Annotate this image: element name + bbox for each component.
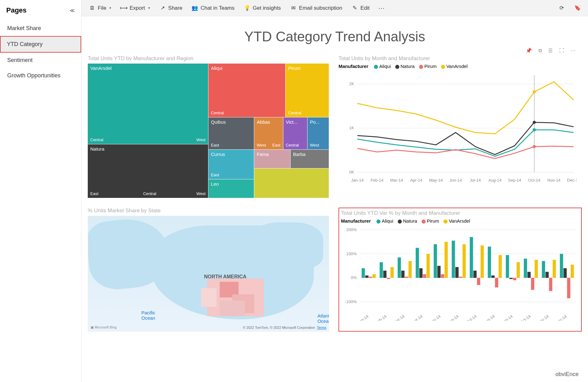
svg-rect-80 bbox=[528, 272, 531, 278]
sidebar-item-growth[interactable]: Growth Opportunities bbox=[0, 68, 81, 83]
svg-rect-50 bbox=[391, 267, 394, 278]
svg-rect-45 bbox=[369, 277, 372, 278]
svg-text:100%: 100% bbox=[346, 251, 357, 256]
map-plot[interactable]: NORTH AMERICA PacificOcean AtlantOcea ▣ … bbox=[88, 216, 329, 332]
sidebar-title: Pages bbox=[6, 6, 27, 14]
treemap-node[interactable]: Central bbox=[208, 107, 285, 117]
chat-teams-button[interactable]: 👥 Chat in Teams bbox=[188, 3, 238, 13]
line-chart-title: Total Units by Month and Manufacturer bbox=[339, 55, 582, 62]
svg-rect-44 bbox=[365, 276, 368, 278]
svg-text:Jul-14: Jul-14 bbox=[470, 178, 481, 183]
svg-text:May-14: May-14 bbox=[428, 314, 441, 321]
treemap-node[interactable]: Central bbox=[286, 107, 329, 117]
svg-rect-90 bbox=[571, 265, 574, 278]
sidebar-item-market-share[interactable]: Market Share bbox=[0, 21, 81, 36]
svg-rect-67 bbox=[470, 237, 473, 278]
legend-vanarsdel[interactable]: VanArsdel bbox=[441, 64, 468, 69]
teams-icon: 👥 bbox=[192, 5, 198, 11]
map-attribution: © 2022 TomTom, © 2022 Microsoft Corporat… bbox=[243, 326, 326, 329]
line-chart-plot[interactable]: 0K1K2KJan-14Feb-14Mar-14Apr-14May-14Jun-… bbox=[339, 72, 577, 185]
sidebar-item-ytd-category[interactable]: YTD Category bbox=[0, 36, 81, 53]
svg-rect-54 bbox=[408, 261, 412, 278]
legend-vanarsdel[interactable]: VanArsdel bbox=[444, 218, 470, 224]
top-toolbar: 🗎 File ▾ ⟼ Export ▾ ↗ Share 👥 Chat in Te… bbox=[81, 0, 588, 16]
treemap-node[interactable]: Vict...Central bbox=[283, 117, 307, 149]
svg-text:0%: 0% bbox=[351, 275, 357, 280]
share-button[interactable]: ↗ Share bbox=[156, 3, 186, 13]
legend-pirum[interactable]: Pirum bbox=[419, 64, 437, 69]
svg-point-19 bbox=[533, 128, 536, 132]
sidebar-item-sentiment[interactable]: Sentiment bbox=[0, 53, 81, 68]
treemap-node[interactable]: NaturaEastWestCentral bbox=[88, 144, 208, 198]
file-icon: 🗎 bbox=[89, 5, 95, 11]
file-menu[interactable]: 🗎 File ▾ bbox=[85, 3, 115, 13]
treemap-node[interactable]: CentralWest bbox=[88, 104, 208, 144]
svg-text:Feb-14: Feb-14 bbox=[374, 314, 387, 321]
svg-rect-71 bbox=[488, 247, 491, 278]
bookmark-button[interactable]: 🔖 bbox=[570, 3, 584, 13]
svg-text:Jul-14: Jul-14 bbox=[466, 314, 478, 321]
lightbulb-icon: 💡 bbox=[244, 5, 250, 11]
svg-rect-64 bbox=[455, 267, 459, 278]
map-title: % Units Market Share by State bbox=[88, 208, 329, 214]
svg-text:200%: 200% bbox=[346, 227, 357, 232]
map-terms-link[interactable]: Terms bbox=[317, 326, 326, 329]
svg-rect-57 bbox=[423, 274, 426, 278]
svg-rect-68 bbox=[473, 271, 476, 278]
collapse-sidebar-icon[interactable]: ≪ bbox=[70, 8, 75, 13]
legend-pirum[interactable]: Pirum bbox=[422, 218, 439, 224]
refresh-button[interactable]: ⟳ bbox=[555, 3, 569, 13]
export-menu[interactable]: ⟼ Export ▾ bbox=[117, 3, 154, 13]
svg-rect-74 bbox=[499, 255, 502, 278]
svg-rect-47 bbox=[380, 262, 383, 278]
svg-rect-58 bbox=[427, 254, 430, 278]
svg-rect-70 bbox=[480, 245, 484, 278]
bar-chart-legend: Manufacturer Aliqui Natura Pirum VanArsd… bbox=[341, 218, 579, 224]
more-options-button[interactable]: ⋯ bbox=[375, 4, 388, 12]
legend-aliqui[interactable]: Aliqui bbox=[376, 218, 393, 224]
treemap-node[interactable]: Po...West bbox=[307, 117, 329, 149]
svg-text:Jan-14: Jan-14 bbox=[351, 178, 364, 183]
svg-rect-48 bbox=[383, 271, 386, 278]
filter-visual-icon[interactable]: ☰ bbox=[548, 48, 553, 54]
svg-rect-77 bbox=[513, 278, 516, 280]
svg-rect-56 bbox=[419, 268, 423, 278]
svg-rect-73 bbox=[495, 278, 498, 287]
copy-visual-icon[interactable]: ⧉ bbox=[538, 48, 542, 54]
svg-text:1K: 1K bbox=[349, 126, 354, 130]
svg-rect-82 bbox=[535, 260, 538, 278]
bar-chart-visual[interactable]: Total Units YTD Var % by Month and Manuf… bbox=[339, 208, 582, 332]
treemap-node[interactable]: Fama bbox=[254, 150, 290, 168]
treemap-visual[interactable]: Total Units YTD by Manufacturer and Regi… bbox=[88, 55, 329, 198]
bar-chart-plot[interactable]: -100%0%100%200%Jan-14Feb-14Mar-14Apr-14M… bbox=[341, 227, 579, 321]
map-visual[interactable]: % Units Market Share by State NORTH AMER… bbox=[88, 208, 329, 332]
legend-aliqui[interactable]: Aliqui bbox=[374, 64, 391, 69]
svg-text:Apr-14: Apr-14 bbox=[410, 178, 423, 183]
mail-icon: ✉ bbox=[290, 5, 297, 11]
treemap-node[interactable]: AbbasWestEast bbox=[254, 117, 283, 149]
svg-rect-76 bbox=[509, 278, 512, 279]
visual-action-bar: 📌 ⧉ ☰ ⛶ ⋯ bbox=[88, 48, 582, 54]
legend-natura[interactable]: Natura bbox=[395, 64, 415, 69]
svg-rect-46 bbox=[372, 274, 375, 278]
svg-rect-61 bbox=[441, 274, 444, 278]
email-subscription-button[interactable]: ✉ Email subscription bbox=[286, 3, 346, 13]
svg-rect-84 bbox=[545, 272, 549, 278]
get-insights-button[interactable]: 💡 Get insights bbox=[240, 3, 285, 13]
svg-rect-85 bbox=[549, 278, 552, 291]
pin-visual-icon[interactable]: 📌 bbox=[526, 48, 532, 54]
edit-button[interactable]: ✎ Edit bbox=[348, 3, 373, 13]
focus-mode-icon[interactable]: ⛶ bbox=[559, 48, 564, 54]
svg-rect-60 bbox=[437, 266, 440, 278]
refresh-icon: ⟳ bbox=[559, 5, 565, 11]
treemap-node[interactable]: CurrusEast bbox=[208, 150, 254, 179]
svg-text:Aug-14: Aug-14 bbox=[488, 178, 501, 183]
treemap-node[interactable] bbox=[254, 168, 329, 198]
line-chart-legend: Manufacturer Aliqui Natura Pirum VanArsd… bbox=[339, 64, 582, 69]
line-chart-visual[interactable]: Total Units by Month and Manufacturer Ma… bbox=[339, 55, 582, 198]
visual-more-icon[interactable]: ⋯ bbox=[570, 48, 575, 54]
treemap-node[interactable]: Leo bbox=[208, 179, 254, 198]
legend-natura[interactable]: Natura bbox=[398, 218, 417, 224]
treemap-node[interactable]: QuibusEast bbox=[208, 117, 254, 149]
treemap-node[interactable]: Barba bbox=[291, 150, 329, 168]
